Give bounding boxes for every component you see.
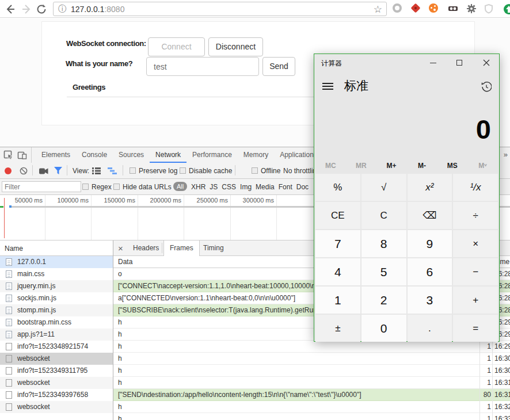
request-row[interactable]: bootstrap.min.css bbox=[0, 316, 113, 329]
calculator-key[interactable]: √ bbox=[361, 174, 406, 201]
data-column-header[interactable]: Data bbox=[118, 256, 132, 268]
request-row[interactable]: websocket bbox=[0, 377, 113, 389]
calculator-key[interactable]: − bbox=[453, 258, 498, 285]
calculator-key[interactable]: . bbox=[408, 315, 452, 342]
calculator-key[interactable]: 2 bbox=[361, 287, 406, 314]
frame-row[interactable]: h116:30:52 bbox=[113, 365, 510, 377]
device-toolbar-icon[interactable] bbox=[17, 150, 27, 160]
calculator-key[interactable]: 3 bbox=[408, 287, 452, 314]
hide-data-urls-checkbox[interactable]: Hide data URLs bbox=[113, 183, 172, 191]
request-row[interactable]: jquery.min.js bbox=[0, 280, 113, 292]
network-table-header[interactable]: Name bbox=[0, 240, 113, 256]
bookmark-star-icon[interactable]: ☆ bbox=[374, 3, 382, 16]
calculator-key[interactable]: 4 bbox=[315, 258, 360, 285]
calculator-key[interactable]: CE bbox=[315, 202, 360, 229]
filter-type[interactable]: JS bbox=[210, 183, 218, 191]
regex-checkbox[interactable]: Regex bbox=[82, 183, 112, 191]
reload-icon[interactable] bbox=[36, 3, 47, 15]
name-column-header[interactable]: Name bbox=[5, 245, 23, 253]
devtools-tab[interactable]: Network bbox=[150, 147, 187, 163]
calculator-key[interactable]: + bbox=[453, 287, 498, 314]
maximize-button[interactable] bbox=[447, 54, 473, 71]
request-row[interactable]: websocket bbox=[0, 401, 113, 413]
calculator-key[interactable]: ¹/x bbox=[453, 174, 498, 201]
memory-key[interactable]: MC bbox=[315, 159, 346, 171]
memory-key[interactable]: Mv bbox=[467, 159, 498, 171]
calculator-key[interactable]: 9 bbox=[408, 230, 452, 257]
filter-type[interactable]: Doc bbox=[296, 183, 309, 191]
memory-key[interactable]: M+ bbox=[376, 159, 407, 171]
frame-row[interactable]: h116:32:07 bbox=[113, 401, 510, 413]
calculator-key[interactable]: × bbox=[453, 230, 498, 257]
forward-icon[interactable] bbox=[21, 3, 32, 15]
request-row[interactable]: info?t=1523349397658 bbox=[0, 389, 113, 401]
filter-type[interactable]: XHR bbox=[191, 183, 205, 191]
devtools-tab[interactable]: Memory bbox=[238, 147, 274, 163]
frame-row[interactable]: ["SEND\ndestination:/app/hello\ncontent-… bbox=[113, 389, 510, 401]
request-row[interactable]: info?t=1523348921574 bbox=[0, 341, 113, 353]
extension-shield-icon[interactable] bbox=[484, 3, 494, 14]
devtools-tab[interactable]: Console bbox=[76, 147, 113, 163]
page-info-icon[interactable]: ⓘ bbox=[58, 4, 66, 14]
calculator-key[interactable]: % bbox=[315, 174, 360, 201]
calculator-key[interactable]: 6 bbox=[408, 258, 452, 285]
request-row[interactable]: websocket bbox=[0, 353, 113, 365]
devtools-tab[interactable]: Sources bbox=[113, 147, 150, 163]
filter-funnel-icon[interactable] bbox=[54, 167, 62, 174]
devtools-tab[interactable]: Performance bbox=[187, 147, 238, 163]
request-row[interactable]: app.js?1=11 bbox=[0, 329, 113, 341]
close-detail-icon[interactable]: × bbox=[118, 243, 123, 253]
calculator-key[interactable]: ⌫ bbox=[408, 202, 452, 229]
disconnect-button[interactable]: Disconnect bbox=[208, 37, 263, 56]
filter-type[interactable]: Img bbox=[240, 183, 252, 191]
tab-frames[interactable]: Frames bbox=[163, 240, 200, 257]
list-view-icon[interactable] bbox=[92, 167, 101, 174]
frame-row[interactable]: h116:29:52 bbox=[113, 341, 510, 353]
waterfall-icon[interactable] bbox=[108, 167, 117, 174]
memory-key[interactable]: M- bbox=[406, 159, 437, 171]
memory-key[interactable]: MR bbox=[346, 159, 376, 171]
filter-type[interactable]: CSS bbox=[222, 183, 236, 191]
extension-ring-icon[interactable] bbox=[393, 3, 403, 14]
request-row[interactable]: 127.0.0.1 bbox=[0, 256, 113, 268]
connect-button[interactable]: Connect bbox=[148, 37, 205, 56]
calculator-key[interactable]: 5 bbox=[361, 258, 406, 285]
inspect-icon[interactable] bbox=[3, 150, 13, 160]
address-bar[interactable]: ⓘ 127.0.0.1:8080 ☆ bbox=[53, 2, 387, 16]
devtools-tab[interactable]: Application bbox=[274, 147, 319, 163]
frame-row[interactable]: h116:33:05 bbox=[113, 413, 510, 420]
calculator-key[interactable]: ÷ bbox=[453, 202, 498, 229]
calculator-key[interactable]: x² bbox=[408, 174, 452, 201]
request-row[interactable]: stomp.min.js bbox=[0, 304, 113, 316]
extension-gear-icon[interactable] bbox=[466, 3, 477, 14]
calculator-key[interactable]: = bbox=[453, 315, 498, 342]
filter-input[interactable] bbox=[2, 181, 81, 192]
name-input[interactable] bbox=[146, 57, 259, 76]
menu-icon[interactable] bbox=[322, 83, 333, 90]
tab-headers[interactable]: Headers bbox=[127, 240, 165, 256]
calculator-key[interactable]: 7 bbox=[315, 230, 360, 257]
calculator-key[interactable]: 8 bbox=[361, 230, 406, 257]
extension-orange-icon[interactable] bbox=[429, 3, 439, 14]
calculator-key[interactable]: 1 bbox=[315, 287, 360, 314]
close-button[interactable] bbox=[473, 54, 499, 71]
request-row[interactable]: info?t=1523349311795 bbox=[0, 365, 113, 377]
calculator-key[interactable]: ± bbox=[315, 315, 360, 342]
camera-icon[interactable] bbox=[39, 168, 48, 174]
send-button[interactable]: Send bbox=[262, 57, 295, 76]
record-icon[interactable] bbox=[5, 167, 12, 174]
extension-diamond-icon[interactable] bbox=[411, 3, 421, 14]
more-tabs-icon[interactable]: » bbox=[504, 150, 508, 159]
frame-row[interactable]: h116:30:22 bbox=[113, 353, 510, 365]
calculator-key[interactable]: 0 bbox=[361, 315, 406, 342]
request-row[interactable]: sockjs.min.js bbox=[0, 292, 113, 304]
offline-checkbox[interactable]: Offline bbox=[252, 167, 280, 175]
filter-type[interactable]: Font bbox=[279, 183, 292, 191]
preserve-log-checkbox[interactable]: Preserve log bbox=[130, 167, 177, 175]
minimize-button[interactable] bbox=[420, 54, 446, 71]
history-icon[interactable] bbox=[481, 82, 492, 92]
filter-all-pill[interactable]: All bbox=[173, 182, 187, 191]
clear-icon[interactable] bbox=[20, 167, 28, 175]
memory-key[interactable]: MS bbox=[437, 159, 467, 171]
back-icon[interactable] bbox=[5, 3, 16, 15]
